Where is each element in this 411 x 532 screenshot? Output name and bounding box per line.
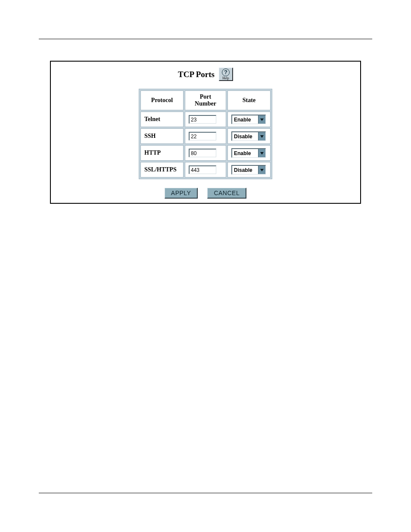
- ports-table: Protocol Port Number State Telnet Enabl: [139, 89, 272, 179]
- protocol-cell: Telnet: [140, 112, 184, 127]
- protocol-cell: HTTP: [140, 145, 184, 161]
- page: TCP Ports ? Help Protocol Port Number St…: [0, 0, 411, 532]
- table-row: HTTP Enable: [140, 145, 271, 161]
- svg-marker-0: [260, 118, 264, 121]
- tcp-ports-panel: TCP Ports ? Help Protocol Port Number St…: [51, 68, 360, 199]
- table-row: Telnet Enable: [140, 112, 271, 127]
- table-header-row: Protocol Port Number State: [140, 90, 271, 110]
- help-label: Help: [222, 77, 229, 80]
- apply-button[interactable]: APPLY: [165, 188, 198, 199]
- svg-marker-2: [260, 152, 264, 155]
- button-row: APPLY CANCEL: [51, 188, 360, 199]
- table-row: SSL/HTTPS Disable: [140, 162, 271, 177]
- state-select-telnet[interactable]: Enable: [231, 115, 266, 124]
- svg-marker-3: [260, 169, 264, 171]
- state-value: Disable: [232, 166, 258, 174]
- header-port-number: Port Number: [185, 90, 226, 110]
- port-input-http[interactable]: [189, 149, 216, 157]
- title-row: TCP Ports ? Help: [51, 68, 360, 81]
- port-cell: [185, 112, 226, 127]
- state-value: Enable: [232, 149, 258, 157]
- port-input-ssh[interactable]: [189, 132, 216, 140]
- state-value: Enable: [232, 115, 258, 124]
- state-cell: Disable: [227, 128, 271, 144]
- state-value: Disable: [232, 132, 258, 140]
- port-input-sslhttps[interactable]: [189, 165, 216, 174]
- state-select-sslhttps[interactable]: Disable: [231, 165, 266, 174]
- port-cell: [185, 128, 226, 144]
- table-row: SSH Disable: [140, 128, 271, 144]
- chevron-down-icon: [258, 132, 265, 140]
- header-state: State: [227, 90, 271, 110]
- help-icon: ?: [222, 68, 230, 76]
- header-rule: [39, 39, 372, 39]
- state-cell: Disable: [227, 162, 271, 177]
- footer-rule: [39, 493, 372, 493]
- svg-marker-1: [260, 135, 264, 138]
- panel-title: TCP Ports: [178, 70, 215, 79]
- protocol-cell: SSH: [140, 128, 184, 144]
- chevron-down-icon: [258, 149, 265, 157]
- screenshot-frame: TCP Ports ? Help Protocol Port Number St…: [50, 61, 361, 204]
- cancel-button[interactable]: CANCEL: [207, 188, 246, 199]
- port-cell: [185, 145, 226, 161]
- port-input-telnet[interactable]: [189, 115, 216, 124]
- state-cell: Enable: [227, 112, 271, 127]
- state-cell: Enable: [227, 145, 271, 161]
- port-cell: [185, 162, 226, 177]
- protocol-cell: SSL/HTTPS: [140, 162, 184, 177]
- header-protocol: Protocol: [140, 90, 184, 110]
- chevron-down-icon: [258, 115, 265, 124]
- state-select-ssh[interactable]: Disable: [231, 131, 266, 141]
- chevron-down-icon: [258, 166, 265, 174]
- help-button[interactable]: ? Help: [219, 68, 233, 81]
- state-select-http[interactable]: Enable: [231, 148, 266, 158]
